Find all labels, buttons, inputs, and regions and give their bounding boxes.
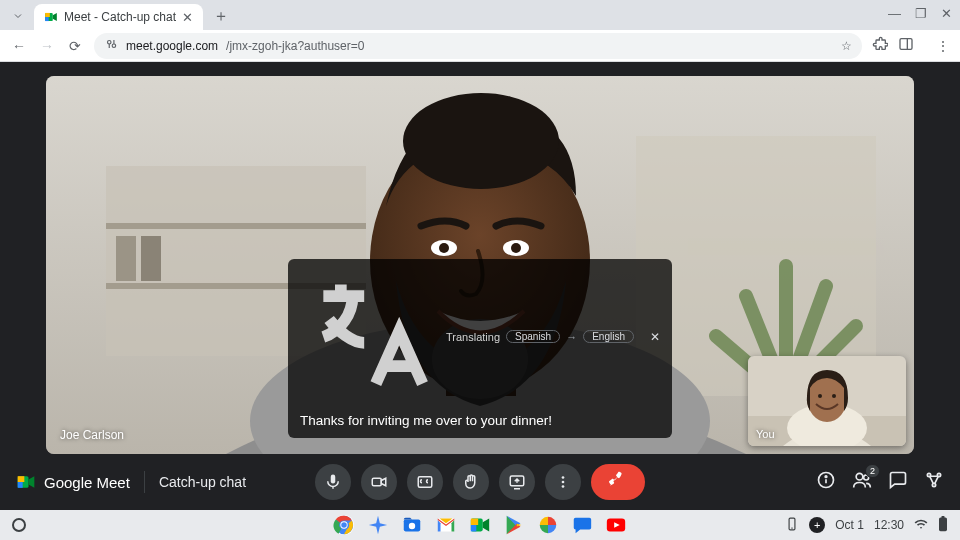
translating-label: Translating xyxy=(446,331,500,343)
caption-panel: Translating Spanish → English ✕ Thanks f… xyxy=(288,259,672,438)
participant-name-label: Joe Carlson xyxy=(60,428,124,442)
chrome-menu-button[interactable]: ⋮ xyxy=(936,38,950,54)
photos-app-icon[interactable] xyxy=(537,514,559,536)
target-language-pill[interactable]: English xyxy=(583,330,634,343)
site-info-icon[interactable] xyxy=(104,37,118,54)
svg-point-48 xyxy=(927,473,930,476)
forward-button[interactable]: → xyxy=(38,38,56,54)
svg-point-22 xyxy=(439,243,449,253)
svg-point-32 xyxy=(832,394,836,398)
caption-text: Thanks for inviting me over to your dinn… xyxy=(300,413,660,428)
arrow-right-icon: → xyxy=(566,331,577,343)
meet-favicon-icon xyxy=(44,10,58,24)
svg-point-49 xyxy=(937,473,940,476)
translate-icon xyxy=(300,267,440,407)
google-meet-logo-icon xyxy=(16,472,36,492)
present-screen-button[interactable] xyxy=(499,464,535,500)
tab-close-button[interactable]: ✕ xyxy=(182,10,193,25)
youtube-app-icon[interactable] xyxy=(605,514,627,536)
profile-button[interactable] xyxy=(924,38,926,54)
svg-point-41 xyxy=(562,481,565,484)
svg-rect-64 xyxy=(939,517,947,531)
gmail-app-icon[interactable] xyxy=(435,514,457,536)
svg-point-42 xyxy=(562,485,565,488)
url-host: meet.google.com xyxy=(126,39,218,53)
svg-rect-2 xyxy=(45,17,49,21)
tab-title: Meet - Catch-up chat xyxy=(64,10,176,24)
battery-icon[interactable] xyxy=(938,516,948,535)
raise-hand-button[interactable] xyxy=(453,464,489,500)
reload-button[interactable]: ⟳ xyxy=(66,38,84,54)
svg-rect-35 xyxy=(18,482,23,488)
self-view-tile[interactable]: You xyxy=(748,356,906,446)
shelf-time[interactable]: 12:30 xyxy=(874,518,904,532)
svg-point-24 xyxy=(511,243,521,253)
svg-rect-7 xyxy=(900,39,912,50)
divider xyxy=(144,471,145,493)
svg-rect-60 xyxy=(471,525,477,531)
shelf-date[interactable]: Oct 1 xyxy=(835,518,864,532)
gemini-app-icon[interactable] xyxy=(367,514,389,536)
svg-point-40 xyxy=(562,476,565,479)
main-video-tile: Joe Carlson Translating Spanish → Englis… xyxy=(46,76,914,454)
address-bar[interactable]: meet.google.com/jmx-zgoh-jka?authuser=0 … xyxy=(94,33,862,59)
browser-tab[interactable]: Meet - Catch-up chat ✕ xyxy=(34,4,203,30)
launcher-button[interactable] xyxy=(12,518,26,532)
svg-rect-36 xyxy=(372,478,381,486)
svg-marker-37 xyxy=(381,478,386,486)
bookmark-star-icon[interactable]: ☆ xyxy=(841,39,852,53)
wifi-icon[interactable] xyxy=(914,517,928,534)
extensions-button[interactable] xyxy=(872,36,888,55)
window-minimize-button[interactable]: — xyxy=(888,6,901,21)
svg-point-3 xyxy=(108,41,112,45)
activities-button[interactable] xyxy=(924,470,944,494)
messages-app-icon[interactable] xyxy=(571,514,593,536)
people-button[interactable]: 2 xyxy=(852,470,872,494)
files-app-icon[interactable] xyxy=(401,514,423,536)
captions-button[interactable] xyxy=(407,464,443,500)
svg-rect-65 xyxy=(941,516,944,518)
chrome-app-icon[interactable] xyxy=(333,514,355,536)
svg-rect-13 xyxy=(116,236,136,281)
self-view-label: You xyxy=(756,428,775,440)
quick-settings-add-icon[interactable]: + xyxy=(809,517,825,533)
people-count-badge: 2 xyxy=(865,464,880,478)
caption-close-button[interactable]: ✕ xyxy=(650,330,660,344)
svg-point-31 xyxy=(818,394,822,398)
svg-point-45 xyxy=(825,476,827,478)
more-options-button[interactable] xyxy=(545,464,581,500)
svg-point-50 xyxy=(932,483,935,486)
window-restore-button[interactable]: ❐ xyxy=(915,6,927,21)
svg-rect-14 xyxy=(141,236,161,281)
leave-call-button[interactable] xyxy=(591,464,645,500)
brand-label: Google Meet xyxy=(44,474,130,491)
svg-point-19 xyxy=(403,93,559,189)
meeting-name: Catch-up chat xyxy=(159,474,246,490)
camera-button[interactable] xyxy=(361,464,397,500)
back-button[interactable]: ← xyxy=(10,38,28,54)
svg-point-56 xyxy=(409,523,415,529)
mute-mic-button[interactable] xyxy=(315,464,351,500)
svg-rect-34 xyxy=(18,476,25,482)
svg-point-5 xyxy=(112,44,116,48)
chat-button[interactable] xyxy=(888,470,908,494)
meeting-details-button[interactable] xyxy=(816,470,836,494)
new-tab-button[interactable]: ＋ xyxy=(209,4,233,28)
url-path: /jmx-zgoh-jka?authuser=0 xyxy=(226,39,364,53)
svg-rect-1 xyxy=(45,13,50,17)
tab-search-button[interactable] xyxy=(6,4,30,28)
svg-rect-59 xyxy=(471,519,478,525)
window-close-button[interactable]: ✕ xyxy=(941,6,952,21)
svg-point-54 xyxy=(341,522,347,528)
play-store-icon[interactable] xyxy=(503,514,525,536)
side-panel-button[interactable] xyxy=(898,36,914,55)
source-language-pill[interactable]: Spanish xyxy=(506,330,560,343)
svg-point-46 xyxy=(856,473,863,480)
phone-hub-icon[interactable] xyxy=(785,517,799,534)
meet-app-icon[interactable] xyxy=(469,514,491,536)
